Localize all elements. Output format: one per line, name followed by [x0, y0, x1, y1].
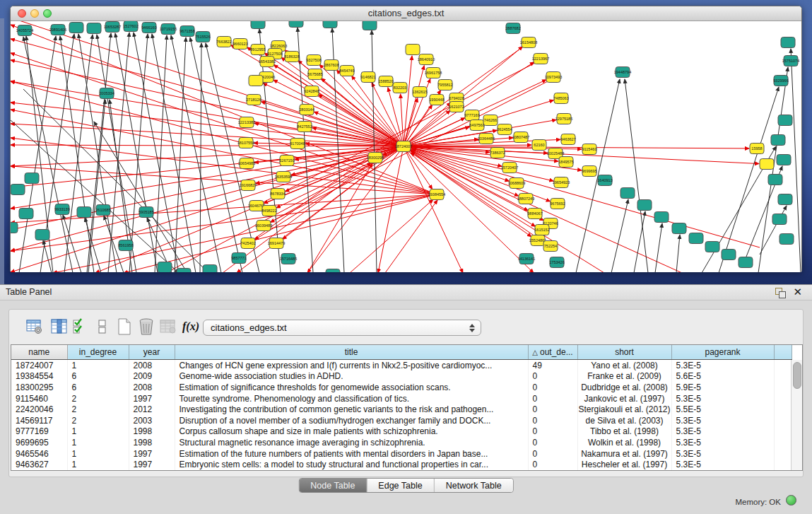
network-node[interactable]: 1588520	[378, 76, 393, 87]
cell[interactable]: Nakamura et al. (1997)	[577, 448, 671, 460]
column-header-year[interactable]: year	[129, 345, 175, 360]
cell[interactable]: 18724007	[11, 360, 67, 371]
network-node[interactable]	[406, 45, 420, 55]
cell[interactable]	[774, 360, 792, 371]
column-header-pagerank[interactable]: pagerank	[671, 345, 774, 360]
memory-status-icon[interactable]	[786, 495, 796, 506]
network-node[interactable]: 15751074	[782, 56, 799, 66]
network-node[interactable]	[777, 155, 791, 165]
table-gear-icon[interactable]	[25, 317, 45, 337]
network-node[interactable]	[289, 21, 303, 28]
table-row[interactable]: 1830029562008Estimation of significance …	[11, 382, 792, 393]
column-header-in_degree[interactable]: in_degree	[67, 345, 129, 360]
network-node[interactable]: 12213967	[532, 54, 549, 64]
network-node[interactable]: 18807249	[517, 194, 534, 204]
network-node[interactable]: 2718126	[246, 95, 261, 105]
cell[interactable]: Disruption of a novel member of a sodium…	[175, 415, 528, 426]
network-node[interactable]: 19166827	[240, 180, 257, 191]
network-node[interactable]: 5267150	[279, 156, 294, 166]
tab-network-table[interactable]: Network Table	[435, 479, 513, 492]
network-node[interactable]	[778, 194, 792, 205]
cell[interactable]: 5.3E-5	[671, 437, 774, 448]
table-row[interactable]: 977716911998Corpus callosum shape and si…	[11, 426, 792, 438]
cell[interactable]: Yano et al. (2008)	[577, 360, 671, 371]
checkboxes-icon[interactable]	[70, 317, 90, 337]
cell[interactable]: Estimation of significance thresholds fo…	[175, 382, 528, 393]
network-node[interactable]	[760, 159, 774, 170]
table-row[interactable]: 2242004622012Investigating the contribut…	[11, 404, 792, 415]
network-node[interactable]: 9671358	[180, 26, 194, 37]
cell[interactable]: 9465546	[11, 448, 67, 460]
network-node[interactable]: 10719155	[160, 24, 177, 35]
cell[interactable]: 1	[67, 360, 129, 371]
cell[interactable]: 1997	[129, 459, 175, 470]
network-node[interactable]: 5675685	[307, 69, 322, 80]
network-node[interactable]: 9675692	[550, 199, 565, 209]
cell[interactable]: 9115460	[11, 393, 67, 404]
network-node[interactable]: 12213382	[238, 117, 255, 128]
network-node[interactable]	[326, 269, 340, 273]
cell[interactable]: 5.9E-5	[671, 382, 774, 393]
table-row[interactable]: 1456911722003Disruption of a novel membe…	[11, 415, 792, 426]
delete-table-icon[interactable]	[158, 317, 178, 337]
network-node[interactable]: 9699695	[582, 166, 596, 177]
cell[interactable]: Jankovic et al. (1997)	[577, 393, 671, 404]
cell[interactable]	[774, 382, 792, 393]
network-node[interactable]: 8454749	[339, 66, 354, 76]
network-node[interactable]	[11, 185, 25, 195]
network-node[interactable]: 2610685	[95, 205, 110, 216]
network-node[interactable]: 62160	[532, 140, 546, 151]
network-node[interactable]: 9146821	[360, 72, 375, 83]
network-node[interactable]: 7663822	[216, 37, 231, 47]
network-node[interactable]	[779, 234, 794, 245]
column-header-short[interactable]: short	[577, 345, 671, 360]
cell[interactable]: 1	[67, 437, 129, 448]
cell[interactable]	[774, 393, 792, 404]
cell[interactable]: 5.3E-5	[671, 393, 774, 404]
network-node[interactable]	[203, 265, 217, 273]
close-traffic-light-icon[interactable]	[18, 9, 26, 18]
network-node[interactable]: 10807487	[512, 132, 529, 143]
network-node[interactable]	[620, 188, 635, 199]
network-node[interactable]: 5905185	[139, 207, 153, 218]
cell[interactable]: de Silva et al. (2003)	[577, 415, 671, 426]
cell[interactable]: Investigating the contribution of common…	[175, 404, 528, 415]
network-node[interactable]: 832203	[393, 83, 407, 93]
cell[interactable]: 9699695	[11, 437, 67, 448]
new-column-icon[interactable]	[114, 317, 134, 337]
network-node[interactable]: 746266	[483, 115, 498, 126]
network-node[interactable]	[705, 242, 719, 252]
network-node[interactable]: 8186328	[284, 52, 299, 62]
network-node[interactable]: 6497568	[469, 120, 484, 131]
network-node[interactable]	[35, 230, 49, 240]
network-node[interactable]	[87, 23, 101, 34]
cell[interactable]: 2008	[129, 382, 175, 393]
network-node[interactable]: 9857771	[231, 253, 246, 264]
cell[interactable]: 1998	[129, 426, 175, 438]
network-node[interactable]	[768, 175, 782, 185]
network-node[interactable]	[158, 262, 172, 273]
network-node[interactable]: 18300295	[367, 153, 384, 163]
network-window[interactable]: citations_edges.txt 14055724208914061065…	[10, 6, 802, 271]
network-node[interactable]: 18640910	[418, 54, 435, 65]
network-node[interactable]: 1640913	[597, 175, 612, 186]
network-node[interactable]: 9327508	[306, 55, 321, 66]
cell[interactable]: Hescheler et al. (1997)	[577, 459, 671, 470]
cell[interactable]: 1	[67, 426, 129, 438]
cell[interactable]: Tibbo et al. (1998)	[577, 426, 671, 438]
network-node[interactable]: 1615152	[534, 225, 549, 235]
network-node[interactable]: 7515526	[195, 32, 210, 42]
network-node[interactable]: 1527602	[123, 21, 138, 32]
network-node[interactable]: 9463627	[560, 134, 575, 145]
network-node[interactable]: 2867608	[324, 60, 339, 71]
cell[interactable]: 0	[528, 371, 577, 382]
cell[interactable]: Franke et al. (2009)	[577, 371, 671, 382]
cell[interactable]: 1997	[129, 448, 175, 460]
network-node[interactable]: 7386372	[490, 148, 505, 158]
network-node[interactable]: 8912955	[250, 45, 265, 55]
cell[interactable]: 5.3E-5	[671, 426, 774, 438]
minimize-traffic-light-icon[interactable]	[30, 9, 39, 18]
network-canvas[interactable]: 1405572420891406106532871527602946616010…	[11, 21, 801, 272]
cell[interactable]: 18300295	[11, 382, 67, 393]
table-row[interactable]: 946554611997Estimation of the future num…	[11, 448, 792, 460]
